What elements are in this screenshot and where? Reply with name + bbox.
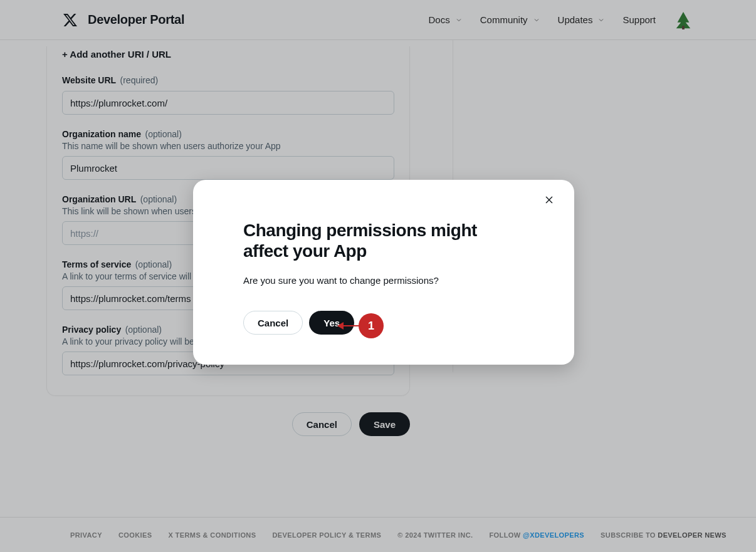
annotation-badge: 1 xyxy=(359,313,384,338)
modal-actions: Cancel Yes xyxy=(243,311,524,335)
modal-body: Are you sure you want to change permissi… xyxy=(243,275,524,286)
modal-close-button[interactable] xyxy=(542,192,557,207)
modal-cancel-button[interactable]: Cancel xyxy=(243,311,303,335)
arrow-left-icon xyxy=(339,325,360,326)
confirm-permissions-modal: Changing permissions might affect your A… xyxy=(193,180,574,365)
annotation-callout: 1 xyxy=(339,313,384,338)
close-icon xyxy=(544,195,554,205)
modal-title: Changing permissions might affect your A… xyxy=(243,220,524,261)
